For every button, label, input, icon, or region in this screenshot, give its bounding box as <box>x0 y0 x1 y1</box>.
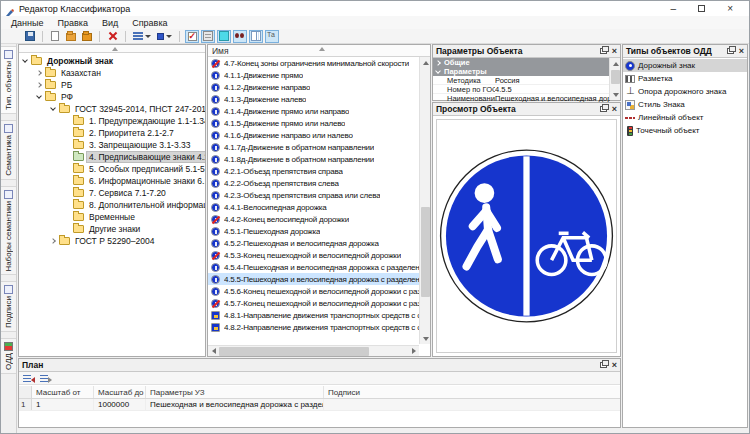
plan-cell-labels[interactable] <box>324 399 620 410</box>
chevron-right-icon[interactable] <box>36 70 42 76</box>
save-button[interactable] <box>23 30 37 43</box>
sign-list-item[interactable]: 4.5.6-Конец пешеходной и велосипедной до… <box>208 285 420 297</box>
chevron-down-icon[interactable] <box>36 93 42 99</box>
list-horizontal-scrollbar[interactable] <box>208 345 419 356</box>
menu-item[interactable]: Данные <box>5 17 50 29</box>
scroll-thumb[interactable] <box>219 347 369 356</box>
sign-list-item[interactable]: 4.4.1-Велосипедная дорожка <box>208 201 420 213</box>
tree-item[interactable]: ГОСТ Р 52290–2004 <box>19 235 205 247</box>
tree-item[interactable]: 2. Приоритета 2.1-2.7 <box>19 127 205 139</box>
tree-item[interactable]: Другие знаки <box>19 223 205 235</box>
name-column-header[interactable]: Имя <box>208 45 430 57</box>
tree-item[interactable]: РБ <box>19 79 205 91</box>
plan-cell-scale-from[interactable]: 1 <box>32 399 94 410</box>
sign-list-item[interactable]: 4.1.7д-Движение в обратном направлении <box>208 141 420 153</box>
tree-column-header[interactable] <box>19 45 205 53</box>
menu-item[interactable]: Справка <box>126 17 173 29</box>
plan-cell-scale-to[interactable]: 1000000 <box>94 399 146 410</box>
close-panel-icon[interactable]: × <box>612 105 617 113</box>
sign-list-item[interactable]: 4.2.2-Объезд препятствия слева <box>208 177 420 189</box>
tree-item[interactable]: 1. Предупреждающие 1.1-1.34.3 <box>19 115 205 127</box>
new-document-button[interactable] <box>48 30 62 43</box>
checkbox-button[interactable] <box>185 30 199 43</box>
scroll-down-icon[interactable] <box>610 89 621 100</box>
sign-list-item[interactable]: 4.4.2-Конец велосипедной дорожки <box>208 213 420 225</box>
sign-list-item[interactable]: 4.1.5-Движение прямо или налево <box>208 117 420 129</box>
sign-list-item[interactable]: 4.5.5-Пешеходная и велосипедная дорожка … <box>208 273 420 285</box>
sign-list-item[interactable]: 4.2.3-Объезд препятствия справа или слев… <box>208 189 420 201</box>
plan-column-header[interactable]: Масштаб до <box>94 386 146 398</box>
close-panel-icon[interactable]: × <box>739 47 744 55</box>
tree-item[interactable]: Дорожный знак <box>19 55 205 67</box>
chevron-down-icon[interactable] <box>50 105 56 111</box>
close-icon[interactable]: × <box>727 3 733 15</box>
chevron-down-icon[interactable] <box>22 57 28 63</box>
sign-list-item[interactable]: 4.1.3-Движение налево <box>208 93 420 105</box>
menu-item[interactable]: Вид <box>96 17 124 29</box>
sign-list-item[interactable]: 4.5.4-Пешеходная и велосипедная дорожка … <box>208 261 420 273</box>
float-panel-icon[interactable] <box>600 48 607 54</box>
float-panel-icon[interactable] <box>727 48 734 54</box>
restore-icon[interactable] <box>698 3 705 15</box>
color-square-button[interactable] <box>155 30 174 43</box>
odd-type-item[interactable]: Разметка <box>623 72 747 85</box>
sign-list-item[interactable]: 4.1.2-Движение направо <box>208 81 420 93</box>
sign-list-item[interactable]: 4.5.1-Пешеходная дорожка <box>208 225 420 237</box>
search-button[interactable] <box>233 30 247 43</box>
tree-item[interactable]: Казахстан <box>19 67 205 79</box>
scroll-left-icon[interactable] <box>208 346 219 357</box>
list-vertical-scrollbar[interactable] <box>419 57 430 344</box>
sign-list-item[interactable]: 4.5.3-Конец пешеходной и велосипедной до… <box>208 249 420 261</box>
text-settings-button[interactable] <box>265 30 279 43</box>
remove-plan-row-button[interactable] <box>40 374 51 383</box>
odd-type-item[interactable]: Опора дорожного знака <box>623 85 747 98</box>
list-view-button[interactable] <box>131 30 153 43</box>
odd-type-item[interactable]: Дорожный знак <box>623 59 747 72</box>
sign-list-item[interactable]: 4.5.7-Конец пешеходной и велосипедной до… <box>208 297 420 309</box>
close-panel-icon[interactable]: × <box>612 361 617 369</box>
plan-column-header[interactable]: Параметры УЗ <box>146 386 324 398</box>
params-vertical-scrollbar[interactable] <box>609 58 620 100</box>
odd-type-item[interactable]: Линейный объект <box>623 111 747 124</box>
menu-item[interactable]: Правка <box>52 17 94 29</box>
open-folder-button[interactable] <box>64 30 78 43</box>
odd-type-item[interactable]: Стиль Знака <box>623 98 747 111</box>
chevron-right-icon[interactable] <box>36 82 42 88</box>
scroll-down-icon[interactable] <box>420 333 431 344</box>
tree-item[interactable]: 7. Сервиса 7.1-7.20 <box>19 187 205 199</box>
sign-list-item[interactable]: 4.1.6-Движение направо или налево <box>208 129 420 141</box>
plan-column-header[interactable]: Подписи <box>324 386 620 398</box>
param-value[interactable]: Россия <box>495 76 610 85</box>
tree-item[interactable]: 6. Информационные знаки 6.1-6.21.2 <box>19 175 205 187</box>
sign-list-item[interactable]: 4.7-Конец зоны ограничения минимальной с… <box>208 57 420 69</box>
tree-item[interactable]: ГОСТ 32945-2014, ПНСТ 247-2017 <box>19 103 205 115</box>
tree-item[interactable]: 8. Дополнительной информации 8.1.1-8.24 <box>19 199 205 211</box>
tree-item[interactable]: Временные <box>19 211 205 223</box>
param-value[interactable]: 4.5.5 <box>495 85 610 94</box>
scroll-thumb[interactable] <box>421 207 430 297</box>
delete-button[interactable] <box>105 30 120 43</box>
tree-item[interactable]: 5. Особых предписаний 5.1-5.34 <box>19 163 205 175</box>
plan-table-row[interactable]: 111000000Пешеходная и велосипедная дорож… <box>19 399 620 411</box>
sign-list-item[interactable]: 4.8.1-Направление движения транспортных … <box>208 309 420 321</box>
split-view-button[interactable] <box>249 30 263 43</box>
side-tab-semantic-sets[interactable]: Наборы семантики <box>1 186 16 276</box>
sign-list-item[interactable]: 4.2.1-Объезд препятствия справа <box>208 165 420 177</box>
scroll-up-icon[interactable] <box>420 57 431 68</box>
plan-cell-params[interactable]: Пешеходная и велосипедная дорожка с разд… <box>146 399 324 410</box>
sign-list-item[interactable]: 4.8.2-Направление движения транспортных … <box>208 321 420 333</box>
folder-button[interactable] <box>80 30 94 43</box>
close-panel-icon[interactable]: × <box>612 47 617 55</box>
plan-column-header[interactable]: Масштаб от <box>32 386 94 398</box>
float-panel-icon[interactable] <box>600 362 607 368</box>
sign-list-item[interactable]: 4.5.2-Пешеходная и велосипедная дорожка <box>208 237 420 249</box>
side-tab-labels[interactable]: Подписи <box>1 281 16 332</box>
float-panel-icon[interactable] <box>600 106 607 112</box>
sign-list-item[interactable]: 4.1.4-Движение прямо или направо <box>208 105 420 117</box>
chevron-right-icon[interactable] <box>50 238 56 244</box>
form-view-button[interactable] <box>201 30 215 43</box>
param-group[interactable]: Общие <box>433 58 610 67</box>
add-plan-row-button[interactable] <box>23 374 34 383</box>
side-tab-odd[interactable]: ОДД <box>1 338 16 374</box>
scroll-thumb[interactable] <box>611 70 620 84</box>
